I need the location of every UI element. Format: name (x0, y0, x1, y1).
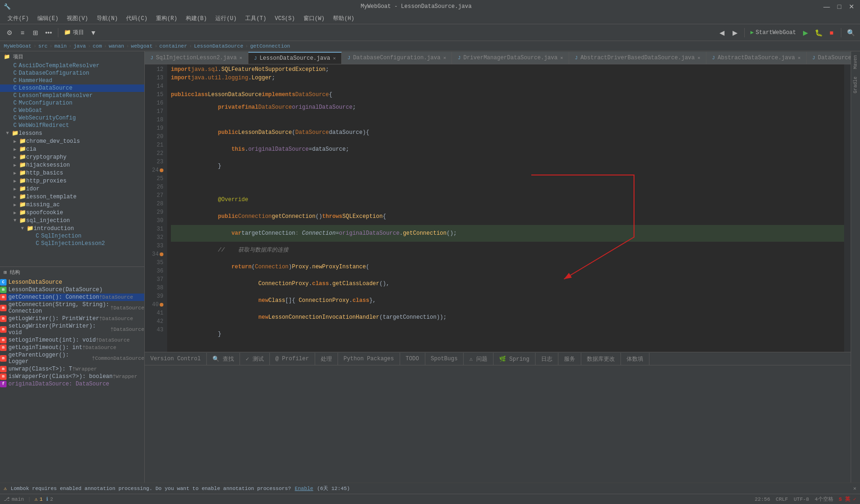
tab-search[interactable]: 🔍 查找 (207, 353, 240, 365)
tab-problems[interactable]: ⚠ 问题 (464, 353, 493, 365)
structure-getconnection2[interactable]: m getConnection(String, String): Connect… (0, 301, 144, 315)
stop-button[interactable]: ■ (826, 27, 837, 38)
close-tab-abstractds[interactable]: ✕ (798, 55, 801, 61)
tree-item-sqlinjection[interactable]: ▼ 📁 sql_injection (0, 217, 144, 224)
structure-class-item[interactable]: C LessonDataSource (0, 279, 144, 286)
code-content[interactable]: import java.sql.SQLFeatureNotSupportedEx… (167, 64, 844, 352)
tree-item-webgoat[interactable]: C WebGoat (0, 107, 144, 114)
status-line-col[interactable]: 22:56 (755, 497, 770, 502)
structure-unwrap[interactable]: m unwrap(Class<T>): T †Wrapper (0, 365, 144, 373)
structure-getparentlogger[interactable]: m getParentLogger(): Logger †CommonDataS… (0, 351, 144, 365)
close-tab-drivermanager[interactable]: ✕ (560, 55, 563, 61)
minimize-button[interactable]: — (822, 3, 832, 10)
close-tab-sqlinj2[interactable]: ✕ (240, 55, 242, 61)
structure-setlogwriter[interactable]: m setLogWriter(PrintWriter): void †DataS… (0, 322, 144, 336)
close-tab-abstractdriver[interactable]: ✕ (698, 55, 700, 61)
structure-iswrapperfor[interactable]: m isWrapperFor(Class<?>): boolean †Wrapp… (0, 373, 144, 380)
maximize-button[interactable]: □ (836, 3, 843, 10)
menu-refactor[interactable]: 重构(R) (152, 14, 181, 23)
structure-getlogintimeout[interactable]: m getLoginTimeout(): int †DataSource (0, 344, 144, 351)
tree-item-lessons[interactable]: ▼ 📁 lessons (0, 129, 144, 137)
tree-item-cryptography[interactable]: ▶ 📁 cryptography (0, 153, 144, 161)
tab-abstractdriver[interactable]: J AbstractDriverBasedDataSource.java ✕ (569, 52, 706, 64)
tree-item-dbconfig[interactable]: C DatabaseConfiguration (0, 70, 144, 77)
tree-item-webwolfredir[interactable]: C WebWolfRedirect (0, 122, 144, 129)
tab-lessondatasource[interactable]: J LessonDataSource.java ✕ (248, 52, 342, 64)
tab-process[interactable]: 处理 (315, 353, 338, 365)
tab-python-packages[interactable]: Python Packages (338, 353, 400, 365)
tab-spotbugs[interactable]: SpotBugs (425, 353, 464, 365)
close-tab-lesson[interactable]: ✕ (333, 56, 336, 61)
forward-button[interactable]: ▶ (729, 27, 740, 38)
tab-services[interactable]: 服务 (558, 353, 581, 365)
notification-close[interactable]: ✕ (853, 485, 856, 491)
tab-body-fill[interactable]: 体数填 (621, 353, 649, 365)
menu-tools[interactable]: 工具(T) (241, 14, 270, 23)
menu-run[interactable]: 运行(U) (211, 14, 240, 23)
menu-build[interactable]: 构建(B) (182, 14, 211, 23)
tab-spring[interactable]: 🌿 Spring (493, 353, 536, 365)
tree-item-introduction[interactable]: ▼ 📁 introduction (0, 224, 144, 232)
structure-getconnection[interactable]: m getConnection(): Connection †DataSourc… (0, 294, 144, 301)
list-button[interactable]: ≡ (17, 27, 28, 38)
tree-item-sqlinjection-class[interactable]: C SqlInjection (0, 232, 144, 240)
maven-button[interactable]: Maven (852, 53, 859, 71)
tree-item-hijacksession[interactable]: ▶ 📁 hijacksession (0, 161, 144, 169)
status-crlf[interactable]: CRLF (776, 497, 788, 502)
tree-item-idor[interactable]: ▶ 📁 idor (0, 185, 144, 193)
tree-item-mvcconfig[interactable]: C MvcConfiguration (0, 99, 144, 107)
tab-sqlinj2[interactable]: J SqlInjectionLesson2.java ✕ (145, 52, 248, 64)
debug-button[interactable]: 🐛 (813, 27, 824, 38)
more-button[interactable]: ••• (43, 27, 54, 38)
menu-vcs[interactable]: VCS(S) (271, 14, 298, 23)
tab-log[interactable]: 日志 (536, 353, 558, 365)
tree-item-lessontemplate[interactable]: ▶ 📁 lesson_template (0, 193, 144, 201)
tree-item-httpbasics[interactable]: ▶ 📁 http_basics (0, 169, 144, 177)
dropdown-arrow[interactable]: ▼ (88, 27, 99, 38)
tree-item-sqlinjectionlesson2[interactable]: C SqlInjectionLesson2 (0, 240, 144, 247)
back-button[interactable]: ◀ (716, 27, 727, 38)
menu-file[interactable]: 文件(F) (4, 14, 33, 23)
tree-item-spoofcookie[interactable]: ▶ 📁 spoofcookie (0, 209, 144, 217)
settings-button[interactable]: ⚙ (4, 27, 15, 38)
notification-action[interactable]: Enable (295, 486, 313, 491)
tab-abstractdatasource[interactable]: J AbstractDataSource.java ✕ (706, 52, 807, 64)
tab-datasource[interactable]: J DataSource.java ✕ (807, 52, 851, 64)
search-button[interactable]: 🔍 (845, 27, 856, 38)
close-tab-dbconfig[interactable]: ✕ (443, 55, 446, 61)
tab-profiler[interactable]: @ Profiler (270, 353, 315, 365)
tree-item-cia[interactable]: ▶ 📁 cia (0, 145, 144, 153)
status-warnings[interactable]: ⚠ 1 (35, 496, 42, 502)
title-bar-controls[interactable]: — □ ✕ (822, 3, 856, 10)
close-button[interactable]: ✕ (847, 3, 856, 10)
tab-version-control[interactable]: Version Control (145, 353, 207, 365)
structure-field-original[interactable]: f originalDataSource: DataSource (0, 380, 144, 388)
menu-navigate[interactable]: 导航(N) (93, 14, 122, 23)
tree-item-websecconfig[interactable]: C WebSecurityConfig (0, 114, 144, 122)
tab-drivermanager[interactable]: J DriverManagerDataSource.java ✕ (452, 52, 569, 64)
menu-help[interactable]: 帮助(H) (329, 14, 358, 23)
tree-item-lessonresolver[interactable]: C LessonTemplateResolver (0, 92, 144, 99)
structure-constructor[interactable]: m LessonDataSource(DataSource) (0, 286, 144, 294)
menu-view[interactable]: 视图(V) (63, 14, 92, 23)
structure-setlogintimeout[interactable]: m setLoginTimeout(int): void †DataSource (0, 336, 144, 344)
run-button[interactable]: ▶ (800, 27, 811, 38)
tab-todo[interactable]: TODO (400, 353, 425, 365)
menu-window[interactable]: 窗口(W) (300, 14, 329, 23)
right-gutter[interactable] (844, 64, 851, 352)
gradle-button[interactable]: Gradle (852, 75, 859, 95)
tab-db-changes[interactable]: 数据库更改 (581, 353, 621, 365)
tree-item-asciiresolver[interactable]: C AsciiDocTemplateResolver (0, 62, 144, 70)
tree-item-missingac[interactable]: ▶ 📁 missing_ac (0, 201, 144, 209)
tab-dbconfig[interactable]: J DatabaseConfiguration.java ✕ (342, 52, 452, 64)
tree-item-httpproxies[interactable]: ▶ 📁 http_proxies (0, 177, 144, 185)
status-charset[interactable]: UTF-8 (794, 497, 809, 502)
structure-getlogwriter[interactable]: m getLogWriter(): PrintWriter †DataSourc… (0, 315, 144, 322)
tree-item-hammerhead[interactable]: C HammerHead (0, 77, 144, 84)
sort-button[interactable]: ⊞ (30, 27, 41, 38)
menu-edit[interactable]: 编辑(E) (34, 14, 63, 23)
status-info[interactable]: ℹ 2 (46, 496, 53, 502)
tree-item-chromedevtools[interactable]: ▶ 📁 chrome_dev_tools (0, 137, 144, 145)
menu-code[interactable]: 代码(C) (122, 14, 151, 23)
status-vcs[interactable]: ⎇ main (4, 496, 24, 502)
